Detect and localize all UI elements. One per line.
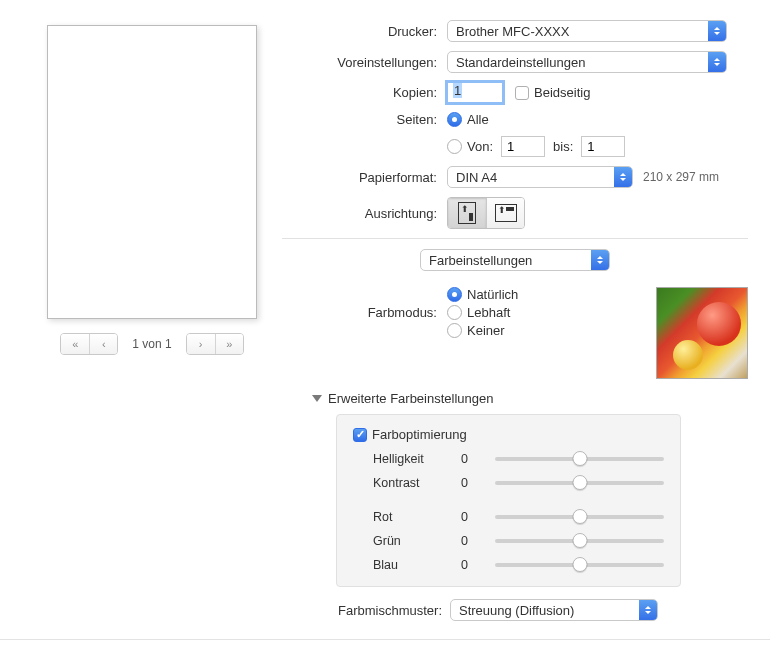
dropdown-arrows-icon bbox=[708, 21, 726, 41]
halftone-label: Farbmischmuster: bbox=[336, 603, 450, 618]
disclosure-triangle-icon[interactable] bbox=[312, 395, 322, 402]
printer-value: Brother MFC-XXXX bbox=[456, 24, 569, 39]
preview-sheet bbox=[47, 25, 257, 319]
pages-all-radio[interactable] bbox=[447, 112, 462, 127]
colormode-natural-label: Natürlich bbox=[467, 287, 518, 302]
presets-value: Standardeinstellungen bbox=[456, 55, 585, 70]
red-label: Rot bbox=[353, 510, 461, 524]
contrast-slider[interactable] bbox=[495, 481, 664, 485]
colormode-none-label: Keiner bbox=[467, 323, 505, 338]
section-select-value: Farbeinstellungen bbox=[429, 253, 532, 268]
contrast-label: Kontrast bbox=[353, 476, 461, 490]
orientation-label: Ausrichtung: bbox=[282, 206, 447, 221]
page-indicator: 1 von 1 bbox=[132, 337, 171, 351]
dropdown-arrows-icon bbox=[591, 250, 609, 270]
orientation-landscape-button[interactable] bbox=[486, 198, 524, 228]
copies-value: 1 bbox=[453, 83, 462, 98]
colormode-vivid-radio[interactable] bbox=[447, 305, 462, 320]
colormode-none-radio[interactable] bbox=[447, 323, 462, 338]
dropdown-arrows-icon bbox=[639, 600, 657, 620]
last-page-button[interactable]: » bbox=[215, 334, 243, 354]
advanced-color-settings-box: Farboptimierung Helligkeit 0 Kontrast 0 … bbox=[336, 414, 681, 587]
copies-label: Kopien: bbox=[282, 85, 447, 100]
printer-select[interactable]: Brother MFC-XXXX bbox=[447, 20, 727, 42]
papersize-value: DIN A4 bbox=[456, 170, 497, 185]
orientation-portrait-button[interactable] bbox=[448, 198, 486, 228]
pages-to-input[interactable] bbox=[581, 136, 625, 157]
first-page-button[interactable]: « bbox=[61, 334, 89, 354]
red-slider[interactable] bbox=[495, 515, 664, 519]
doublesided-checkbox[interactable] bbox=[515, 86, 529, 100]
paper-dimensions: 210 x 297 mm bbox=[643, 170, 719, 184]
colormode-label: Farbmodus: bbox=[282, 305, 447, 320]
halftone-value: Streuung (Diffusion) bbox=[459, 603, 574, 618]
colormode-vivid-label: Lebhaft bbox=[467, 305, 510, 320]
brightness-slider[interactable] bbox=[495, 457, 664, 461]
papersize-select[interactable]: DIN A4 bbox=[447, 166, 633, 188]
prev-page-button[interactable]: ‹ bbox=[89, 334, 117, 354]
landscape-icon bbox=[495, 204, 517, 222]
printer-label: Drucker: bbox=[282, 24, 447, 39]
green-label: Grün bbox=[353, 534, 461, 548]
green-value: 0 bbox=[461, 534, 489, 548]
dropdown-arrows-icon bbox=[614, 167, 632, 187]
blue-value: 0 bbox=[461, 558, 489, 572]
color-optimize-checkbox[interactable] bbox=[353, 428, 367, 442]
next-page-button[interactable]: › bbox=[187, 334, 215, 354]
pages-range-radio[interactable] bbox=[447, 139, 462, 154]
colormode-natural-radio[interactable] bbox=[447, 287, 462, 302]
pages-from-label: Von: bbox=[467, 139, 493, 154]
portrait-icon bbox=[458, 202, 476, 224]
section-select[interactable]: Farbeinstellungen bbox=[420, 249, 610, 271]
contrast-value: 0 bbox=[461, 476, 489, 490]
presets-label: Voreinstellungen: bbox=[282, 55, 447, 70]
divider bbox=[282, 238, 748, 239]
dropdown-arrows-icon bbox=[708, 52, 726, 72]
red-value: 0 bbox=[461, 510, 489, 524]
advanced-disclosure-label: Erweiterte Farbeinstellungen bbox=[328, 391, 493, 406]
blue-label: Blau bbox=[353, 558, 461, 572]
pages-all-label: Alle bbox=[467, 112, 489, 127]
pages-to-label: bis: bbox=[553, 139, 573, 154]
doublesided-label: Beidseitig bbox=[534, 85, 590, 100]
pages-from-input[interactable] bbox=[501, 136, 545, 157]
papersize-label: Papierformat: bbox=[282, 170, 447, 185]
color-optimize-label: Farboptimierung bbox=[372, 427, 467, 442]
pages-label: Seiten: bbox=[282, 112, 447, 127]
green-slider[interactable] bbox=[495, 539, 664, 543]
color-preview-image bbox=[656, 287, 748, 379]
blue-slider[interactable] bbox=[495, 563, 664, 567]
brightness-label: Helligkeit bbox=[353, 452, 461, 466]
copies-input[interactable]: 1 bbox=[447, 82, 503, 103]
presets-select[interactable]: Standardeinstellungen bbox=[447, 51, 727, 73]
halftone-select[interactable]: Streuung (Diffusion) bbox=[450, 599, 658, 621]
brightness-value: 0 bbox=[461, 452, 489, 466]
print-preview-area: « ‹ 1 von 1 › » bbox=[22, 20, 282, 627]
